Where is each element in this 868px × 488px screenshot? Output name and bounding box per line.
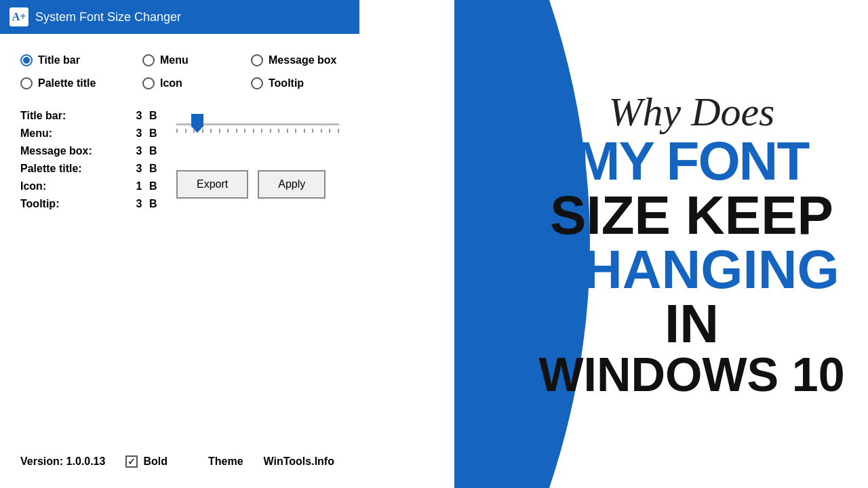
version-label: Version: 1.0.0.13	[20, 455, 105, 468]
radio-menu[interactable]: Menu	[142, 54, 251, 66]
table-row: Title bar: 3 B	[20, 110, 170, 122]
left-panel: A+ System Font Size Changer Title bar Me…	[0, 0, 454, 488]
bold-checkbox-box[interactable]: ✓	[125, 455, 138, 468]
slider-tick	[321, 129, 322, 133]
radio-circle-tooltip[interactable]	[251, 77, 263, 89]
slider-dots	[176, 129, 339, 133]
radio-circle-title-bar[interactable]	[20, 54, 33, 66]
slider-tick	[236, 129, 237, 133]
slider-tick	[219, 129, 220, 133]
footer: Version: 1.0.0.13 ✓ Bold Theme WinTools.…	[20, 455, 334, 468]
radio-group: Title bar Menu Message box Palette title…	[20, 54, 434, 89]
headline-line2: MY FONT	[529, 134, 854, 188]
wintools-link[interactable]: WinTools.Info	[264, 455, 334, 468]
headline-line4: CHANGING	[529, 243, 854, 297]
headline-line5: IN	[529, 297, 854, 351]
slider-tick	[278, 129, 279, 133]
button-row: Export Apply	[176, 170, 339, 199]
app-title: System Font Size Changer	[35, 10, 181, 24]
content-area: Title bar Menu Message box Palette title…	[0, 34, 454, 246]
radio-circle-menu[interactable]	[142, 54, 155, 66]
radio-message-box[interactable]: Message box	[251, 54, 387, 66]
slider-tick	[338, 129, 339, 133]
slider-container[interactable]	[176, 113, 339, 136]
slider-tick	[185, 129, 186, 133]
headline-line1: Why Does	[529, 89, 854, 134]
slider-tick	[244, 129, 245, 133]
slider-tick	[202, 129, 203, 133]
table-row: Message box: 3 B	[20, 145, 170, 157]
slider-tick	[287, 129, 288, 133]
radio-circle-icon[interactable]	[142, 77, 155, 89]
export-button[interactable]: Export	[176, 170, 248, 199]
slider-tick	[253, 129, 254, 133]
radio-tooltip[interactable]: Tooltip	[251, 77, 387, 89]
headline-line3: SIZE KEEP	[529, 188, 854, 243]
slider-tick	[210, 129, 212, 133]
slider-area	[176, 113, 339, 136]
theme-label: Theme	[208, 455, 243, 468]
radio-icon[interactable]: Icon	[142, 77, 251, 89]
title-bar: A+ System Font Size Changer	[0, 0, 359, 34]
right-text-content: Why Does MY FONT SIZE KEEP CHANGING IN W…	[529, 89, 854, 399]
radio-circle-message-box[interactable]	[251, 54, 263, 66]
table-row: Icon: 1 B	[20, 180, 170, 192]
bold-label: Bold	[143, 455, 167, 468]
slider-tick	[304, 129, 305, 133]
apply-button[interactable]: Apply	[258, 170, 326, 199]
table-row: Menu: 3 B	[20, 127, 170, 140]
slider-tick	[295, 129, 296, 133]
slider-tick	[227, 129, 229, 133]
app-icon: A+	[9, 7, 28, 26]
slider-tick	[261, 129, 262, 133]
bold-checkbox[interactable]: ✓ Bold	[125, 455, 167, 468]
slider-tick	[270, 129, 271, 133]
slider-tick	[193, 129, 195, 133]
headline-line6: WINDOWS 10	[529, 351, 854, 399]
right-panel: Why Does MY FONT SIZE KEEP CHANGING IN W…	[454, 0, 868, 488]
slider-tick	[329, 129, 330, 133]
table-row: Tooltip: 3 B	[20, 198, 170, 210]
table-row: Palette title: 3 B	[20, 163, 170, 175]
radio-circle-palette-title[interactable]	[20, 77, 33, 89]
slider-tick	[312, 129, 313, 133]
radio-title-bar[interactable]: Title bar	[20, 54, 142, 66]
slider-tick	[176, 129, 178, 133]
radio-palette-title[interactable]: Palette title	[20, 77, 142, 89]
settings-table: Title bar: 3 B Menu: 3 B Message box: 3 …	[20, 110, 170, 216]
